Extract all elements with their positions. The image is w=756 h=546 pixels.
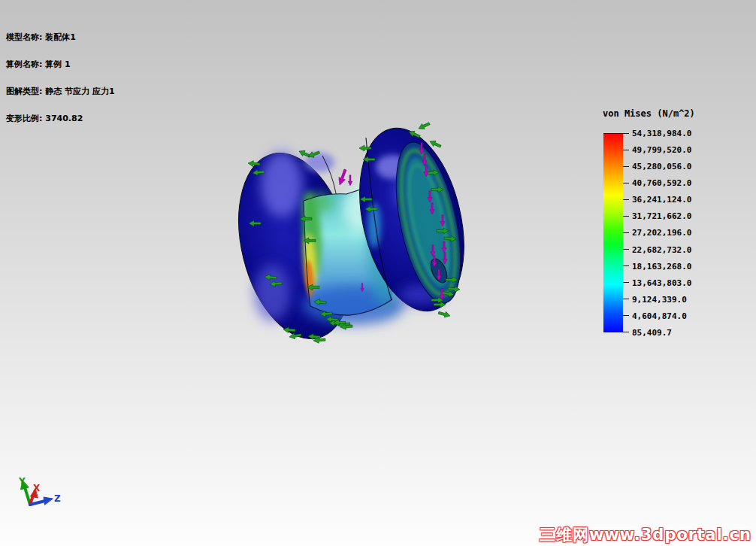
svg-text:Z: Z xyxy=(54,493,61,504)
fixture-arrow-icon xyxy=(298,148,311,159)
legend-value: 22,682,732.0 xyxy=(632,245,691,255)
legend-value: 49,799,520.0 xyxy=(632,145,691,155)
legend-colorbar xyxy=(603,133,623,332)
legend-tick xyxy=(623,282,629,283)
legend-tick xyxy=(623,249,629,250)
legend-value: 31,721,662.0 xyxy=(632,211,691,221)
legend-value: 13,643,803.0 xyxy=(632,278,691,288)
legend-tick xyxy=(623,216,629,217)
fixture-arrow-icon xyxy=(438,310,452,319)
legend-value: 45,280,056.0 xyxy=(632,162,691,171)
model-name-line: 模型名称: 装配体1 xyxy=(6,33,115,42)
axis-y: Y xyxy=(18,476,30,505)
legend-tick xyxy=(623,150,629,150)
legend-value: 4,604,874.0 xyxy=(632,311,687,321)
legend-tick xyxy=(623,332,629,332)
svg-text:X: X xyxy=(33,483,41,493)
svg-text:Y: Y xyxy=(18,476,26,487)
legend-tick xyxy=(603,133,629,134)
legend-tick xyxy=(623,199,629,200)
legend-value: 36,241,124.0 xyxy=(632,195,691,205)
legend-tick xyxy=(623,265,629,266)
legend-value: 54,318,984.0 xyxy=(632,129,691,138)
legend-value: 27,202,196.0 xyxy=(632,228,691,238)
legend-tick xyxy=(623,183,629,184)
legend-value: 85,409.7 xyxy=(632,328,672,338)
watermark: 三维网www.3dportal.cn xyxy=(540,524,751,545)
legend-tick xyxy=(623,299,629,299)
load-arrow-icon xyxy=(337,168,349,187)
study-name-line: 算例名称: 算例 1 xyxy=(6,60,115,69)
legend-value: 40,760,592.0 xyxy=(632,178,691,188)
plot-type-line: 图解类型: 静态 节应力 应力1 xyxy=(6,87,115,96)
legend-value: 18,163,268.0 xyxy=(632,262,691,271)
graphics-viewport[interactable]: Y X Z 模型名称: 装配体1 算例名称: 算例 1 图解类型: 静态 节应力… xyxy=(0,0,756,546)
orientation-triad: Y X Z xyxy=(18,476,61,505)
legend-tick xyxy=(623,232,629,233)
load-arrow-icon xyxy=(348,175,352,186)
fixture-arrow-icon xyxy=(417,121,431,132)
legend-tick xyxy=(623,166,629,167)
deform-scale-line: 变形比例: 3740.82 xyxy=(6,114,115,123)
legend-value: 9,124,339.0 xyxy=(632,295,687,305)
legend-tick xyxy=(623,315,629,316)
legend-title: von Mises (N/m^2) xyxy=(603,108,695,119)
plot-annotations: 模型名称: 装配体1 算例名称: 算例 1 图解类型: 静态 节应力 应力1 变… xyxy=(6,15,115,141)
stress-legend: von Mises (N/m^2) 54,318,984.049,799,520… xyxy=(601,108,756,343)
